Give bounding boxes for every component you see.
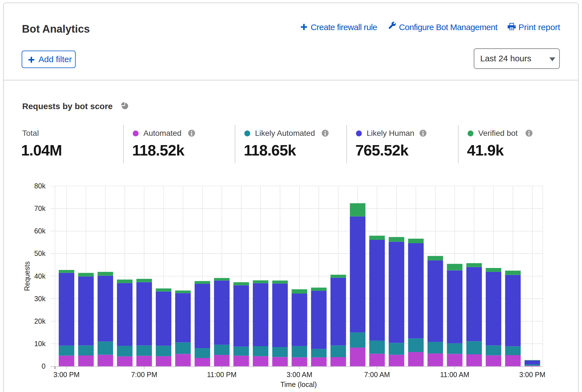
svg-text:11:00 PM: 11:00 PM xyxy=(207,371,236,379)
svg-text:3:00 AM: 3:00 AM xyxy=(287,371,312,379)
svg-text:3:00 PM: 3:00 PM xyxy=(519,371,545,379)
svg-text:80k: 80k xyxy=(34,182,46,190)
svg-text:Requests: Requests xyxy=(23,261,31,291)
svg-text:10k: 10k xyxy=(34,340,46,348)
svg-text:70k: 70k xyxy=(34,204,46,212)
svg-text:11:00 AM: 11:00 AM xyxy=(440,371,469,379)
svg-text:50k: 50k xyxy=(34,249,46,257)
svg-text:0: 0 xyxy=(42,362,46,370)
svg-text:60k: 60k xyxy=(34,227,46,235)
svg-text:3:00 PM: 3:00 PM xyxy=(53,371,80,379)
svg-text:30k: 30k xyxy=(34,295,46,303)
svg-text:20k: 20k xyxy=(34,317,46,325)
svg-text:7:00 AM: 7:00 AM xyxy=(364,371,390,379)
svg-text:40k: 40k xyxy=(34,272,46,280)
svg-text:Time (local): Time (local) xyxy=(280,380,317,388)
svg-text:7:00 PM: 7:00 PM xyxy=(131,371,157,379)
